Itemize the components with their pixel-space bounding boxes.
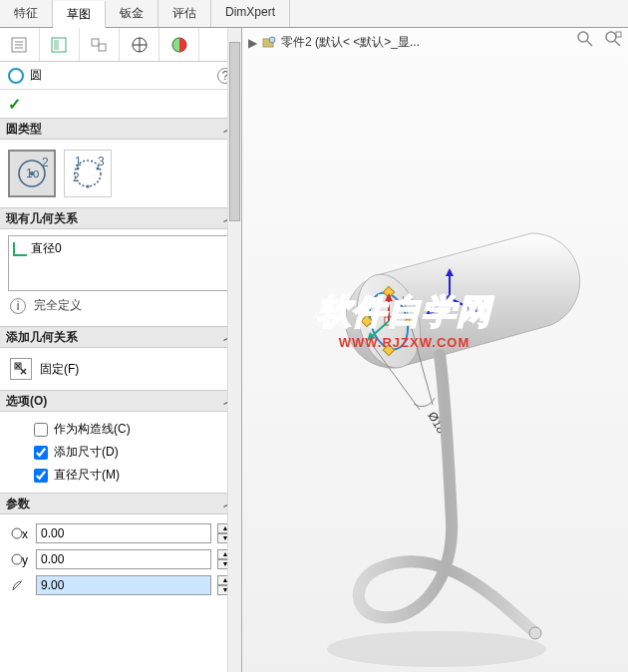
relation-item[interactable]: 直径0 [13, 240, 228, 257]
diameter-dim-label: 直径尺寸(M) [54, 467, 120, 484]
svg-line-29 [587, 41, 592, 46]
section-add-relations: 添加几何关系 [6, 329, 78, 346]
svg-point-21 [12, 528, 22, 538]
manager-tabs [0, 28, 241, 62]
svg-point-46 [447, 295, 453, 301]
section-circle-type: 圆类型 [6, 121, 42, 138]
fix-label: 固定(F) [40, 361, 79, 378]
svg-point-33 [327, 631, 546, 667]
cy-input[interactable] [36, 549, 211, 569]
svg-point-23 [12, 554, 22, 564]
fix-relation-button[interactable] [10, 358, 32, 380]
svg-rect-4 [99, 44, 106, 51]
zoom-fit-icon[interactable] [576, 30, 594, 48]
property-manager-panel: 圆 ? ✓ 圆类型 ︿ 1o2 132 现有几何关系 ︿ 直 [0, 28, 242, 672]
svg-rect-2 [54, 40, 59, 50]
dimxpert-manager-tab[interactable] [120, 28, 159, 61]
radius-icon [8, 576, 30, 594]
svg-point-30 [606, 32, 616, 42]
svg-text:x: x [22, 527, 28, 541]
svg-rect-3 [92, 39, 99, 46]
radius-input[interactable] [36, 575, 211, 595]
cy-icon: y [8, 550, 30, 568]
circle-center-radius[interactable]: 1o2 [8, 150, 56, 197]
relations-listbox[interactable]: 直径0 [8, 235, 233, 291]
svg-point-27 [269, 37, 275, 43]
config-manager-tab[interactable] [80, 28, 120, 61]
graphics-viewport[interactable]: ▶ 零件2 (默认< <默认>_显... [242, 28, 628, 672]
section-existing-relations: 现有几何关系 [6, 210, 78, 227]
ok-button[interactable]: ✓ [8, 95, 21, 114]
svg-text:1: 1 [75, 156, 82, 168]
model-render: Ø18 [242, 48, 628, 672]
circle-icon [8, 68, 24, 84]
tab-dimxpert[interactable]: DimXpert [211, 0, 290, 27]
circle-3point[interactable]: 132 [64, 150, 112, 197]
section-params: 参数 [6, 496, 30, 512]
tab-sheetmetal[interactable]: 钣金 [106, 0, 158, 27]
property-manager-tab[interactable] [40, 28, 80, 61]
svg-text:2: 2 [42, 156, 49, 169]
tab-sketch[interactable]: 草图 [53, 1, 106, 28]
tab-features[interactable]: 特征 [0, 0, 53, 27]
svg-text:3: 3 [98, 156, 105, 168]
svg-rect-32 [616, 32, 621, 37]
svg-line-31 [615, 41, 620, 46]
relation-icon [13, 242, 27, 256]
diameter-dim-checkbox[interactable] [34, 469, 48, 483]
panel-scrollbar[interactable] [227, 28, 241, 672]
construction-checkbox[interactable] [34, 423, 48, 437]
section-options: 选项(O) [6, 393, 47, 410]
status-text: 完全定义 [34, 297, 82, 314]
svg-point-16 [87, 185, 90, 188]
cx-icon: x [8, 524, 30, 542]
svg-point-28 [578, 32, 588, 42]
construction-label: 作为构造线(C) [54, 421, 131, 438]
svg-point-49 [529, 627, 541, 639]
tab-evaluate[interactable]: 评估 [158, 0, 211, 27]
zoom-area-icon[interactable] [604, 30, 622, 48]
add-dim-checkbox[interactable] [34, 446, 48, 460]
command-tab-bar: 特征 草图 钣金 评估 DimXpert [0, 0, 628, 28]
feature-title: 圆 [30, 67, 217, 84]
display-manager-tab[interactable] [159, 28, 199, 61]
svg-text:y: y [22, 553, 28, 567]
info-icon: i [10, 298, 26, 314]
svg-text:1o: 1o [26, 167, 40, 180]
add-dim-label: 添加尺寸(D) [54, 444, 119, 461]
feature-manager-tab[interactable] [0, 28, 40, 61]
svg-text:2: 2 [73, 170, 80, 184]
cx-input[interactable] [36, 523, 211, 543]
